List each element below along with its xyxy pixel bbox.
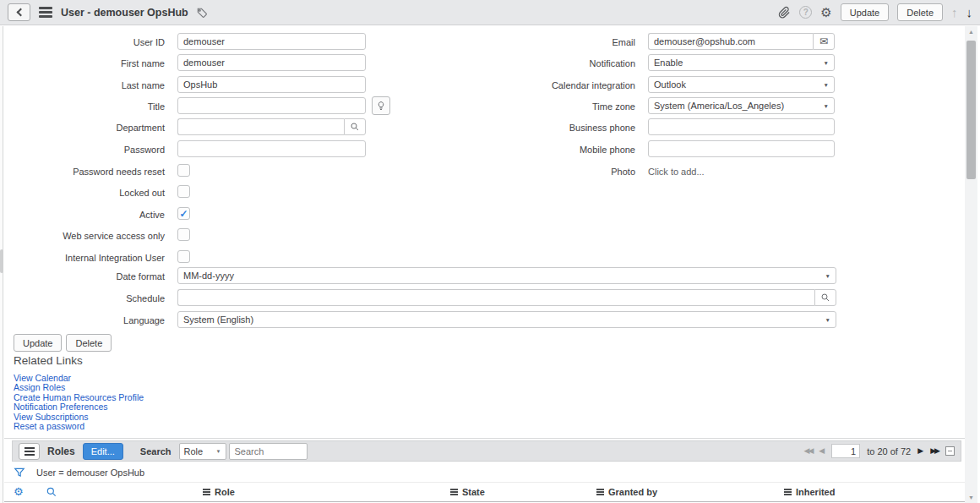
back-button[interactable] — [8, 3, 30, 21]
schedule-field — [177, 289, 836, 306]
locked-out-checkbox[interactable] — [177, 185, 190, 198]
chevron-left-icon — [16, 8, 24, 17]
notification-label: Notification — [473, 58, 635, 68]
update-button-top[interactable]: Update — [841, 3, 889, 21]
update-button-bottom[interactable]: Update — [14, 334, 62, 352]
pagination-range: to 20 of 72 — [867, 446, 911, 457]
web-service-access-only-checkbox[interactable] — [177, 228, 190, 241]
column-menu-icon[interactable] — [784, 489, 792, 495]
photo-add-link[interactable]: Click to add... — [648, 167, 705, 177]
last-page-icon[interactable]: ▶▶ — [930, 447, 939, 455]
roles-list-title: Roles — [47, 446, 75, 457]
header-bar: User - demouser OpsHub ? ⚙ Update Delete… — [0, 0, 980, 25]
email-label: Email — [473, 37, 635, 47]
search-icon — [820, 293, 830, 303]
mobile-phone-input[interactable] — [648, 140, 835, 157]
column-menu-icon[interactable] — [203, 489, 210, 495]
scrollbar-up-icon[interactable]: ▲ — [965, 29, 977, 35]
calendar-integration-label: Calendar integration — [473, 80, 635, 90]
previous-page-icon[interactable]: ◀ — [819, 447, 825, 455]
chevron-down-icon: ▼ — [825, 273, 830, 279]
chevron-down-icon: ▼ — [824, 103, 829, 109]
roles-search-input[interactable] — [229, 443, 308, 460]
date-format-label: Date format — [0, 271, 165, 282]
chevron-down-icon: ▼ — [824, 82, 829, 88]
list-context-menu-icon[interactable] — [19, 443, 40, 460]
list-settings-gear-icon[interactable]: ⚙ — [14, 485, 24, 498]
search-label: Search — [140, 446, 172, 457]
schedule-label: Schedule — [0, 293, 165, 303]
left-resize-rail[interactable] — [0, 26, 3, 503]
calendar-integration-select[interactable]: Outlook ▼ — [648, 76, 835, 93]
list-filter-row: User = demouser OpsHub — [4, 462, 965, 483]
next-page-icon[interactable]: ▶ — [917, 447, 923, 455]
scrollbar-thumb[interactable] — [966, 41, 976, 179]
scroll-down-arrow-icon[interactable]: ↓ — [966, 6, 973, 19]
scroll-up-arrow-icon[interactable]: ↑ — [951, 6, 958, 19]
user-form: User ID First name Last name Title Depar… — [0, 26, 965, 438]
filter-funnel-icon[interactable] — [14, 467, 25, 478]
active-checkbox[interactable] — [177, 207, 190, 220]
locked-out-label: Locked out — [0, 188, 165, 198]
chevron-down-icon: ▼ — [825, 317, 830, 323]
vertical-scrollbar[interactable]: ▲ ▼ — [965, 26, 977, 503]
column-header-role[interactable]: Role — [203, 487, 235, 497]
pagination: ◀◀ ◀ to 20 of 72 ▶ ▶▶ — [803, 444, 955, 458]
time-zone-label: Time zone — [473, 101, 635, 112]
column-header-granted-by[interactable]: Granted by — [596, 487, 657, 497]
email-input[interactable] — [648, 33, 813, 50]
column-menu-icon[interactable] — [450, 489, 458, 495]
photo-label: Photo — [473, 167, 635, 177]
web-service-access-only-label: Web service access only — [0, 231, 165, 241]
filter-breadcrumb[interactable]: User = demouser OpsHub — [36, 467, 144, 478]
time-zone-select[interactable]: System (America/Los_Angeles) ▼ — [648, 97, 835, 114]
delete-button-top[interactable]: Delete — [897, 3, 943, 21]
tag-icon[interactable] — [196, 7, 208, 19]
rail-handle[interactable] — [0, 249, 3, 273]
notification-select[interactable]: Enable ▼ — [648, 54, 835, 71]
email-send-button[interactable]: ✉ — [813, 33, 835, 50]
email-field: ✉ — [648, 33, 835, 50]
internal-integration-user-checkbox[interactable] — [177, 250, 190, 263]
search-column-select[interactable]: Role ▼ — [179, 443, 226, 460]
active-label: Active — [0, 210, 165, 220]
schedule-lookup-button[interactable] — [814, 289, 836, 306]
internal-integration-user-label: Internal Integration User — [0, 253, 165, 263]
schedule-input[interactable] — [177, 289, 814, 306]
business-phone-input[interactable] — [648, 118, 835, 135]
edit-roles-button[interactable]: Edit... — [83, 443, 123, 460]
page-number-input[interactable] — [831, 444, 860, 458]
delete-button-bottom[interactable]: Delete — [66, 334, 112, 352]
mobile-phone-label: Mobile phone — [473, 145, 635, 155]
chevron-down-icon: ▼ — [824, 60, 829, 66]
form-context-menu-icon[interactable] — [39, 7, 52, 18]
business-phone-label: Business phone — [473, 123, 635, 133]
link-reset-password[interactable]: Reset a password — [14, 422, 144, 431]
envelope-icon: ✉ — [819, 36, 828, 46]
page-title: User - demouser OpsHub — [61, 7, 188, 19]
column-header-inherited[interactable]: Inherited — [784, 487, 835, 497]
collapse-list-icon[interactable] — [945, 446, 955, 456]
roles-list-toolbar: Roles Edit... Search Role ▼ ◀◀ ◀ to 20 o… — [12, 440, 961, 462]
help-icon[interactable]: ? — [799, 6, 812, 19]
column-header-state[interactable]: State — [450, 487, 485, 497]
link-notification-preferences[interactable]: Notification Preferences — [14, 402, 144, 412]
roles-table-header: ⚙ Role State Granted by Inherited — [4, 484, 965, 502]
first-page-icon[interactable]: ◀◀ — [803, 447, 812, 455]
attachment-icon[interactable] — [778, 6, 791, 19]
column-menu-icon[interactable] — [596, 489, 604, 495]
scrollbar-down-icon[interactable]: ▼ — [965, 495, 977, 500]
related-links-section: Related Links View Calendar Assign Roles… — [14, 354, 144, 431]
section-divider — [4, 438, 965, 439]
list-search-icon[interactable] — [46, 486, 57, 498]
language-label: Language — [0, 315, 165, 325]
related-links-title: Related Links — [14, 354, 144, 367]
chevron-down-icon: ▼ — [216, 449, 221, 454]
date-format-select[interactable]: MM-dd-yyyy ▼ — [177, 267, 836, 284]
language-select[interactable]: System (English) ▼ — [177, 311, 836, 328]
gear-icon[interactable]: ⚙ — [820, 6, 831, 19]
